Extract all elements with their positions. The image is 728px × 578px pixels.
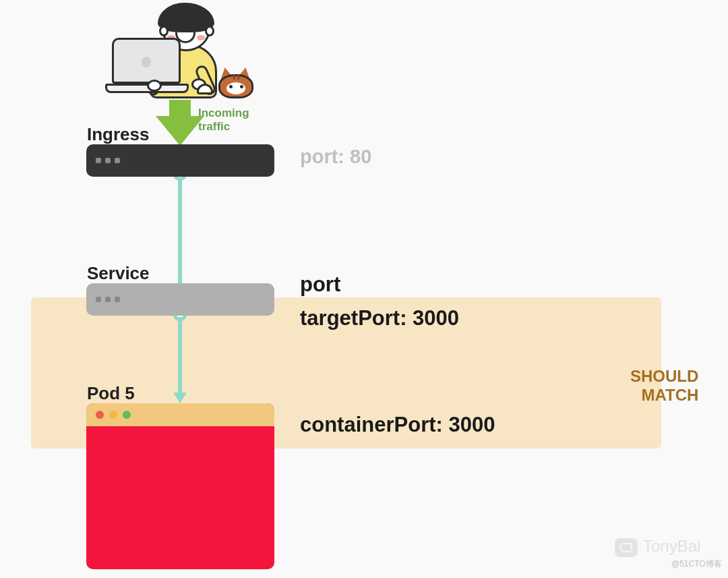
service-targetport-label: targetPort: 3000 [300, 306, 459, 330]
should-match-callout: SHOULD MATCH [630, 367, 698, 404]
callout-line1: SHOULD [630, 367, 698, 385]
connector-ingress-service [178, 173, 182, 289]
traffic-light-yellow-icon [109, 411, 117, 419]
watermark-name: TonyBai [643, 537, 700, 556]
diagram-canvas: Incoming traffic Ingress [0, 0, 728, 578]
connector-service-pod [178, 317, 182, 394]
wechat-badge-icon [615, 538, 638, 557]
incoming-traffic-label: Incoming traffic [198, 107, 249, 133]
incoming-line2: traffic [198, 120, 230, 133]
incoming-arrow-head [156, 116, 204, 146]
incoming-line1: Incoming [198, 107, 249, 119]
pod-title: Pod 5 [87, 383, 135, 404]
service-port-label: port [300, 272, 340, 297]
ingress-bar [86, 144, 274, 177]
ingress-title: Ingress [87, 124, 150, 145]
watermark-sub: @51CTO博客 [671, 558, 722, 570]
traffic-light-green-icon [123, 411, 131, 419]
pod-window [86, 403, 274, 569]
traffic-light-red-icon [96, 411, 104, 419]
service-dots-icon [96, 297, 120, 302]
cat-illustration [214, 70, 257, 100]
callout-line2: MATCH [641, 386, 698, 404]
service-title: Service [87, 263, 150, 284]
pod-titlebar [86, 403, 274, 426]
connector-arrowhead [173, 393, 187, 403]
pod-containerport-label: containerPort: 3000 [300, 413, 495, 437]
ingress-dots-icon [96, 158, 120, 163]
service-bar [86, 283, 274, 316]
ingress-port-label: port: 80 [300, 146, 371, 168]
